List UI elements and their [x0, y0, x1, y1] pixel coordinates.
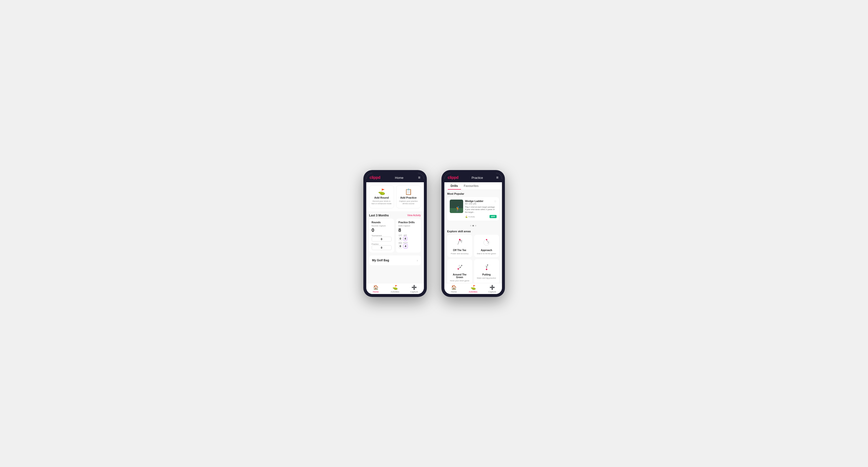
activities-nav-icon: ⛳: [393, 285, 398, 290]
svg-line-18: [460, 266, 462, 268]
skill-putting[interactable]: Putting Make and lag practice: [474, 259, 499, 283]
skill-off-the-tee[interactable]: Off The Tee Power and accuracy: [447, 235, 472, 257]
shots-icon: ⛳: [465, 216, 468, 218]
app-value: 4: [403, 236, 407, 241]
most-popular-title: Most Popular: [447, 192, 499, 195]
capture-nav-label: Capture: [410, 290, 418, 293]
drills-total: 8: [399, 227, 418, 233]
svg-point-4: [457, 244, 458, 245]
rounds-title: Rounds: [372, 221, 392, 224]
home-content: ⛳ Add Round Record your shots in fast or…: [366, 182, 424, 283]
home-nav-label: Home: [373, 290, 379, 293]
off-the-tee-icon: [455, 238, 465, 247]
putting-icon: [482, 262, 492, 272]
practice-nav-capture[interactable]: ➕ Capture: [483, 285, 502, 293]
activities-nav-label: Activities: [391, 290, 400, 293]
putt-tag: PUTT: [403, 242, 408, 244]
drill-favourite-icon[interactable]: ☆: [494, 199, 497, 203]
off-the-tee-icon-area: [454, 237, 465, 248]
nav-activities[interactable]: ⛳ Activities: [385, 285, 405, 293]
home-header: clippd Home ≡: [366, 173, 424, 182]
drill-shots: ⛳ 9 shots: [465, 215, 475, 218]
drill-desc: Play 1 shot at each target yardage. If y…: [465, 206, 497, 214]
rounds-total: 0: [372, 227, 392, 233]
drill-thumbnail: 🏌️: [450, 199, 463, 213]
drills-row1: OTT 0 APP 4: [399, 235, 418, 241]
practice-header: clippd Practice ≡: [444, 173, 502, 182]
practice-content: Most Popular 🏌️ Wedge Ladder 50–100 yds …: [444, 190, 502, 283]
practice-capture-icon: ➕: [490, 285, 495, 290]
stats-container: Rounds Rounds Capture 0 Tournament 0 Pra…: [366, 219, 424, 255]
add-round-card[interactable]: ⛳ Add Round Record your shots in fast or…: [369, 185, 394, 208]
home-menu-icon[interactable]: ≡: [418, 176, 420, 180]
practice-rounds-value: 0: [372, 245, 392, 250]
svg-point-6: [462, 241, 463, 242]
svg-point-12: [488, 243, 489, 244]
thumb-golfer: 🏌️: [455, 206, 461, 212]
nav-capture[interactable]: ➕ Capture: [405, 285, 424, 293]
skill-approach[interactable]: Approach Dial-in to hit the green: [474, 235, 499, 257]
add-practice-desc: Capture your practice off-the-course: [398, 200, 419, 205]
add-practice-icon: 📋: [405, 188, 412, 195]
tab-drills[interactable]: Drills: [448, 182, 461, 190]
last3months-title: Last 3 Months: [369, 214, 389, 217]
add-round-desc: Record your shots in fast or enhanced mo…: [371, 200, 392, 205]
dot-3[interactable]: [475, 225, 476, 226]
practice-activities-icon: ⛳: [470, 285, 476, 290]
approach-icon-area: [481, 237, 492, 248]
svg-line-9: [487, 241, 489, 242]
putt-value: 4: [403, 244, 408, 249]
practice-logo: clippd: [448, 176, 459, 180]
off-the-tee-desc: Power and accuracy: [451, 252, 468, 255]
practice-activities-label: Activities: [469, 290, 477, 293]
add-round-icon: ⛳: [378, 188, 385, 195]
drill-info: Wedge Ladder 50–100 yds ☆ Play 1 shot at…: [465, 199, 497, 218]
practice-nav-activities[interactable]: ⛳ Activities: [463, 285, 483, 293]
ott-value: 0: [399, 236, 402, 241]
svg-point-11: [486, 239, 487, 240]
practice-tabs: Drills Favourites: [444, 182, 502, 190]
practice-capture-label: Capture: [488, 290, 496, 293]
explore-title: Explore skill areas: [447, 230, 499, 233]
practice-title: Practice: [471, 176, 483, 180]
golf-bag-chevron: ›: [417, 258, 418, 262]
nav-home[interactable]: 🏠 Home: [366, 285, 385, 293]
drills-row2: ARG 0 PUTT 4: [399, 242, 418, 249]
off-the-tee-name: Off The Tee: [453, 249, 466, 252]
approach-icon: [482, 238, 492, 247]
shots-count: 9 shots: [468, 216, 475, 218]
approach-name: Approach: [481, 249, 492, 252]
practice-home-icon: 🏠: [451, 285, 457, 290]
tournament-label: Tournament: [372, 235, 392, 237]
practice-nav-home[interactable]: 🏠 Home: [444, 285, 464, 293]
svg-point-7: [484, 240, 490, 245]
dot-2[interactable]: [472, 225, 474, 226]
golf-bag-label: My Golf Bag: [372, 259, 389, 262]
atg-icon-area: [454, 261, 465, 272]
add-practice-card[interactable]: 📋 Add Practice Capture your practice off…: [396, 185, 421, 208]
capture-nav-icon: ➕: [411, 285, 417, 290]
tab-favourites[interactable]: Favourites: [461, 182, 482, 190]
most-popular-section: Most Popular 🏌️ Wedge Ladder 50–100 yds …: [444, 190, 502, 223]
drill-name: Wedge Ladder: [465, 199, 484, 203]
home-title: Home: [395, 176, 404, 180]
view-activity-link[interactable]: View Activity: [407, 214, 421, 217]
quick-actions: ⛳ Add Round Record your shots in fast or…: [366, 182, 424, 211]
practice-bottom-nav: 🏠 Home ⛳ Activities ➕ Capture: [444, 283, 502, 294]
home-nav-icon: 🏠: [373, 285, 378, 290]
skill-around-the-green[interactable]: Around The Green Hone your short game: [447, 259, 472, 283]
dot-1[interactable]: [470, 225, 471, 226]
arg-value: 0: [399, 244, 402, 249]
practice-label: Practice: [372, 243, 392, 245]
putting-desc: Make and lag practice: [477, 277, 496, 279]
golf-bag-row[interactable]: My Golf Bag ›: [369, 255, 421, 265]
drill-card[interactable]: 🏌️ Wedge Ladder 50–100 yds ☆ Play 1 shot…: [447, 197, 499, 221]
phone-practice: clippd Practice ≡ Drills Favourites Most…: [441, 170, 505, 297]
explore-section: Explore skill areas: [444, 228, 502, 283]
svg-line-0: [458, 240, 460, 245]
practice-menu-icon[interactable]: ≡: [496, 176, 498, 180]
putting-name: Putting: [482, 273, 491, 276]
putting-icon-area: [481, 261, 492, 272]
app-tag: APP: [403, 235, 407, 236]
skill-grid: Off The Tee Power and accuracy: [447, 235, 499, 283]
